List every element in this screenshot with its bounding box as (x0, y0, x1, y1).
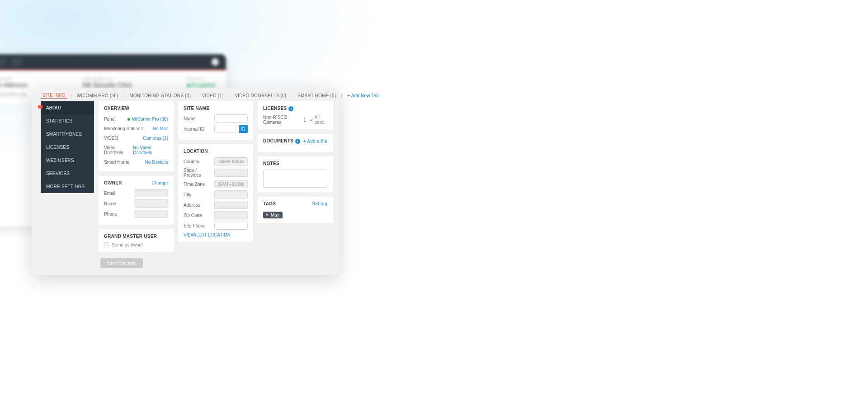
tags-card: TAGSSet tag ✕May (258, 197, 333, 223)
overview-card: OVERVIEW PanelWiComm Pro (36) Monitoring… (99, 101, 174, 171)
location-country-label: Country (184, 159, 212, 164)
owner-name-label: Name (104, 201, 132, 206)
sidebar-item-web-users[interactable]: WEB USERS (41, 154, 94, 167)
owner-name-input[interactable] (135, 199, 168, 208)
location-zip-input[interactable] (214, 211, 248, 219)
location-addr-label: Address (184, 203, 212, 208)
sidebar: ABOUT STATISTICS SMARTPHONES LICENSES WE… (41, 101, 94, 193)
location-phone-input[interactable] (214, 222, 248, 230)
grandmaster-same-label: Some as owner (112, 242, 143, 247)
bg-status-label: STATUS (187, 77, 215, 81)
overview-panel-v[interactable]: WiComm Pro (36) (127, 117, 168, 122)
documents-title: DOCUMENTS (263, 138, 293, 143)
tab-add-new[interactable]: + Add New Tab (345, 93, 381, 98)
info-icon[interactable]: i (288, 106, 293, 111)
location-addr-input[interactable] (214, 201, 248, 209)
set-tag-link[interactable]: Set tag (312, 201, 327, 206)
sidebar-item-licenses[interactable]: LICENSES (41, 141, 94, 154)
tab-video-doorbells[interactable]: VIDEO DOORBELLS (0) (233, 93, 288, 98)
tab-site-info[interactable]: SITE INFO (41, 93, 67, 99)
sitename-card: SITE NAME Name Internal ID (178, 101, 253, 140)
owner-change-link[interactable]: Change (151, 180, 168, 185)
owner-phone-label: Phone (104, 212, 132, 217)
sitename-id-input[interactable] (214, 125, 236, 133)
close-icon[interactable]: ✕ (265, 213, 269, 217)
check-icon: ✓ (310, 118, 313, 123)
location-state-input[interactable] (214, 169, 248, 177)
sitename-name-label: Name (184, 116, 212, 121)
location-city-label: City (184, 192, 212, 197)
owner-email-input[interactable] (135, 189, 168, 197)
sidebar-item-more-settings[interactable]: MORE SETTINGS (41, 180, 94, 193)
documents-card: DOCUMENTSi+ Add a file (258, 134, 333, 152)
notes-title: NOTES (263, 161, 327, 166)
notes-card: NOTES (258, 156, 333, 192)
sitename-name-input[interactable] (214, 114, 248, 123)
tag-chip[interactable]: ✕May (263, 212, 283, 218)
grandmaster-title: GRAND MASTER USER (104, 234, 168, 239)
tags-title: TAGS (263, 201, 276, 206)
licenses-title: LICENSES (263, 106, 287, 111)
overview-smart-v[interactable]: No Devices (145, 160, 168, 165)
overview-mon-k: Monitoring Stations (104, 126, 143, 131)
overview-video-v[interactable]: Cameras (1) (143, 136, 168, 141)
dashboard: SITE INFO | WICOMM PRO (36) | MONITORING… (32, 88, 339, 275)
add-file-link[interactable]: + Add a file (303, 139, 327, 144)
tab-monitoring-stations[interactable]: MONITORING STATIONS (0) (127, 93, 193, 98)
location-title: LOCATION (184, 149, 248, 154)
location-tz-label: Time Zone (184, 182, 212, 187)
licenses-card: LICENSESi Non-RISCO Cameras 1 ✓All used (258, 101, 333, 129)
overview-door-k: Video Doorbells (104, 145, 133, 155)
info-icon[interactable]: i (295, 139, 300, 144)
tabs-row: SITE INFO | WICOMM PRO (36) | MONITORING… (32, 88, 339, 101)
tag-chip-label: May (271, 213, 279, 218)
location-card: LOCATION CountryUnited Kingdo… State / P… (178, 144, 253, 242)
save-changes-button[interactable]: Save Changes (100, 258, 143, 268)
overview-title: OVERVIEW (104, 106, 168, 111)
overview-smart-k: Smart Home (104, 160, 129, 165)
licenses-row-status: All used (315, 115, 327, 125)
owner-title: OWNER (104, 180, 122, 185)
tab-wicomm-pro[interactable]: WICOMM PRO (36) (75, 93, 120, 98)
bg-status: Enabled (192, 81, 215, 89)
sidebar-item-about[interactable]: ABOUT (41, 101, 94, 114)
grandmaster-checkbox[interactable]: ✓ (104, 242, 109, 247)
licenses-row-count: 1 (303, 118, 306, 123)
overview-door-v[interactable]: No Video Doorbells (133, 145, 168, 155)
bg-site-owner: Shaun Atkinson (0, 81, 28, 89)
view-edit-location-link[interactable]: VIEW/EDIT LOCATION (184, 232, 248, 237)
sidebar-item-services[interactable]: SERVICES (41, 167, 94, 180)
licenses-row-label: Non-RISCO Cameras (263, 115, 300, 125)
location-zip-label: Zip Code (184, 213, 212, 218)
sidebar-item-statistics[interactable]: STATISTICS (41, 114, 94, 128)
sitename-title: SITE NAME (184, 106, 248, 111)
bg-assigned-to: AB Security Chris (83, 81, 132, 89)
bg-site-owner-label: SITE OWNER (0, 77, 28, 81)
overview-panel-k: Panel (104, 117, 116, 122)
location-phone-label: Site Phone (184, 223, 212, 228)
location-country-select[interactable]: United Kingdo… (214, 157, 248, 166)
location-state-label: State / Province (184, 168, 212, 178)
bg-assigned-to-label: ASSIGNED TO (83, 77, 132, 81)
overview-video-k: VIDEO (104, 136, 118, 141)
grandmaster-card: GRAND MASTER USER ✓ Some as owner (99, 229, 174, 252)
notes-textarea[interactable] (263, 170, 327, 188)
sidebar-item-smartphones[interactable]: SMARTPHONES (41, 128, 94, 141)
tab-video[interactable]: VIDEO (1) (200, 93, 226, 98)
sitename-id-label: Internal ID (184, 127, 212, 132)
owner-email-label: Email (104, 191, 132, 196)
copy-icon (241, 127, 245, 131)
tab-smart-home[interactable]: SMART HOME (0) (296, 93, 338, 98)
owner-card: OWNERChange Email Name Phone (99, 176, 174, 225)
copy-id-button[interactable] (239, 125, 248, 133)
overview-mon-v[interactable]: No Msc (153, 126, 168, 131)
owner-phone-input[interactable] (135, 210, 168, 218)
location-tz-select[interactable]: (GMT+02:00) … (214, 180, 248, 188)
location-city-input[interactable] (214, 190, 248, 199)
